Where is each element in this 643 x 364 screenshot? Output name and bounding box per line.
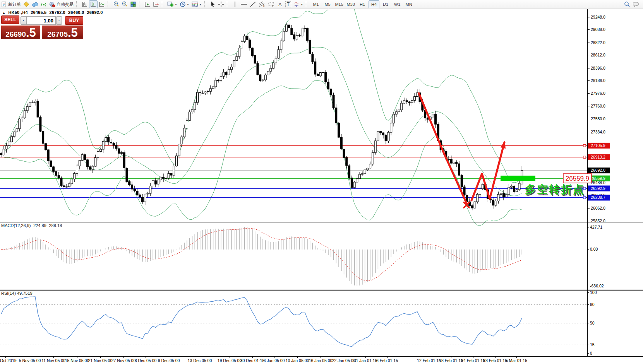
svg-text:15: 15 [590, 342, 595, 347]
signals-button[interactable] [39, 0, 48, 8]
svg-text:26062.0: 26062.0 [591, 206, 605, 210]
fibonacci-tool-button[interactable]: E [257, 0, 267, 8]
chart-shift-button[interactable] [152, 0, 160, 8]
text-tool-button[interactable]: A [276, 0, 284, 8]
macd-indicator-label: MACD(12,26,9) -224.89 -288.18 [1, 223, 62, 228]
line-chart-button[interactable] [98, 0, 106, 8]
crosshair-tool-button[interactable] [217, 0, 225, 8]
new-order-button[interactable]: 新订单 [0, 0, 22, 8]
arrows-tool-button[interactable]: ▼ [292, 0, 304, 8]
diamond-icon [23, 1, 29, 7]
sell-price-main: 26690 [5, 31, 26, 38]
toolbar-separator [204, 1, 207, 7]
timeframe-button-mn[interactable]: MN [403, 0, 414, 8]
search-button[interactable] [623, 0, 631, 8]
horizontal-line-tool-button[interactable] [239, 0, 249, 8]
svg-text:24 Feb 01:15: 24 Feb 01:15 [461, 358, 485, 363]
volume-increase-button[interactable]: ▲ [56, 16, 62, 25]
svg-text:F: F [272, 5, 274, 7]
chevron-down-icon: ▼ [300, 3, 303, 6]
autotrading-button[interactable]: 自动交易 [48, 0, 75, 8]
timeframe-button-w1[interactable]: W1 [392, 0, 403, 8]
timeframe-button-m1[interactable]: M1 [310, 0, 321, 8]
chevron-down-icon: ▼ [199, 3, 202, 6]
svg-text:27550.0: 27550.0 [591, 116, 605, 121]
toolbar-separator [227, 1, 230, 7]
chevron-down-icon: ▼ [187, 3, 189, 6]
svg-text:26692.0: 26692.0 [591, 168, 605, 173]
svg-text:30 Oct 2019: 30 Oct 2019 [0, 358, 17, 363]
svg-text:12 Feb 01:15: 12 Feb 01:15 [417, 358, 441, 363]
timeframe-button-m5[interactable]: M5 [322, 0, 333, 8]
buy-price-display[interactable]: 26705 .5 [42, 26, 83, 39]
horizontal-level-lines [0, 145, 588, 198]
text-tool-label: A [278, 2, 282, 7]
svg-text:13 Dec 05:00: 13 Dec 05:00 [188, 358, 212, 363]
svg-text:5 Nov 05:00: 5 Nov 05:00 [19, 358, 41, 363]
horizontal-line-icon [240, 1, 247, 7]
templates-button[interactable]: ▼ [190, 0, 203, 8]
auto-scroll-button[interactable] [143, 0, 152, 8]
ohlc-close: 26692.0 [87, 10, 103, 15]
main-toolbar: 新订单 自动交易 ▼ ▼ [0, 0, 643, 9]
svg-text:80: 80 [590, 302, 595, 307]
bollinger-middle-band [4, 47, 522, 196]
cn-annotation-text: 多空转折点 [525, 183, 585, 195]
sell-price-display[interactable]: 26690 .5 [1, 26, 40, 39]
chart-canvas[interactable]: 29248.029038.028822.028612.028396.028186… [0, 0, 643, 364]
candlestick-chart-icon [90, 1, 96, 7]
trendline-tool-button[interactable] [249, 0, 257, 8]
toolbar-separator [139, 1, 142, 7]
timeframe-button-d1[interactable]: D1 [380, 0, 391, 8]
chat-button[interactable] [631, 0, 641, 8]
data-window-button[interactable] [31, 0, 39, 8]
zoom-in-button[interactable] [112, 0, 120, 8]
autotrading-label: 自动交易 [57, 2, 74, 7]
buy-price-fraction: .5 [68, 28, 78, 38]
candlestick-chart-button[interactable] [89, 0, 98, 8]
indicator-panes [0, 227, 588, 347]
timeframe-button-h1[interactable]: H1 [357, 0, 368, 8]
timeframe-button-h4[interactable]: H4 [369, 0, 379, 8]
timeframe-button-m30[interactable]: M30 [345, 0, 356, 8]
search-icon [624, 1, 630, 7]
sell-button[interactable]: SELL [1, 15, 19, 24]
indicators-icon [167, 1, 174, 7]
volume-input[interactable] [26, 16, 56, 25]
periods-button[interactable]: ▼ [178, 0, 190, 8]
chart-frame [0, 9, 643, 357]
sell-price-fraction: .5 [26, 28, 36, 38]
bar-chart-button[interactable] [81, 0, 89, 8]
red-trend-arrow [419, 93, 467, 204]
timeframe-button-m15[interactable]: M15 [334, 0, 345, 8]
toolbar-separator [108, 1, 111, 7]
volume-decrease-button[interactable]: ▼ [21, 16, 26, 25]
svg-text:427.71: 427.71 [590, 225, 602, 229]
templates-icon [192, 1, 198, 7]
svg-text:27 Nov 05:00: 27 Nov 05:00 [111, 358, 136, 363]
svg-text:28 Feb 01:15: 28 Feb 01:15 [483, 358, 507, 363]
indicators-button[interactable]: ▼ [166, 0, 178, 8]
buy-button[interactable]: BUY [65, 16, 83, 25]
text-label-tool-button[interactable]: T [284, 0, 292, 8]
macd-signal-line [1, 228, 522, 281]
one-click-trading-panel: SELL ▼ ▲ BUY 26690 .5 26705 .5 [1, 15, 83, 39]
chat-icon [633, 1, 640, 7]
channel-tool-button[interactable]: F [267, 0, 276, 8]
svg-text:28396.0: 28396.0 [591, 66, 605, 70]
svg-text:28186.0: 28186.0 [591, 78, 605, 83]
vertical-line-tool-button[interactable] [231, 0, 239, 8]
tile-windows-button[interactable] [129, 0, 137, 8]
svg-text:E: E [263, 5, 265, 7]
toolbar-separator [306, 1, 309, 7]
svg-text:30 Dec 01:15: 30 Dec 01:15 [240, 358, 265, 363]
svg-text:5 Mar 01:15: 5 Mar 01:15 [506, 358, 527, 363]
favorites-button[interactable] [22, 0, 31, 8]
bar-chart-icon [82, 1, 88, 7]
red-trend-arrow [472, 142, 504, 200]
svg-text:18 Feb 01:15: 18 Feb 01:15 [439, 358, 463, 363]
zoom-out-button[interactable] [120, 0, 129, 8]
cursor-tool-button[interactable] [209, 0, 217, 8]
svg-text:27760.0: 27760.0 [591, 104, 605, 108]
svg-text:29248.0: 29248.0 [591, 15, 605, 19]
